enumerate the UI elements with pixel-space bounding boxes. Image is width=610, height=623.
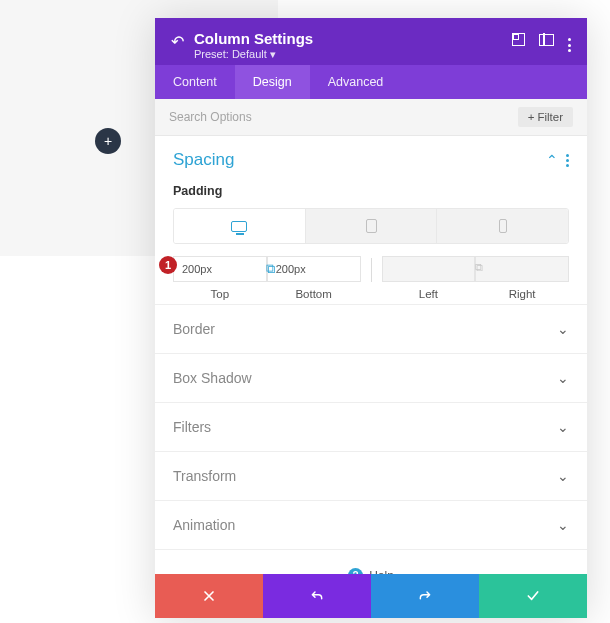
- padding-top-col: ⧉ Top: [173, 256, 267, 300]
- tab-advanced[interactable]: Advanced: [310, 65, 402, 99]
- redo-icon: [417, 588, 433, 604]
- accordion-label: Animation: [173, 517, 235, 533]
- phone-icon: [499, 219, 507, 233]
- accordion-animation[interactable]: Animation⌄: [155, 500, 587, 549]
- device-tab-tablet[interactable]: [306, 209, 438, 243]
- preset-dropdown[interactable]: Preset: Default ▾: [194, 48, 512, 61]
- accordion-label: Border: [173, 321, 215, 337]
- filter-button[interactable]: + Filter: [518, 107, 573, 127]
- accordion-box-shadow[interactable]: Box Shadow⌄: [155, 353, 587, 402]
- cancel-button[interactable]: [155, 574, 263, 618]
- chevron-down-icon: ⌄: [557, 517, 569, 533]
- accordion-filters[interactable]: Filters⌄: [155, 402, 587, 451]
- padding-top-label: Top: [211, 288, 230, 300]
- settings-modal: ↶ Column Settings Preset: Default ▾ Cont…: [155, 18, 587, 618]
- padding-bottom-label: Bottom: [295, 288, 331, 300]
- accordion-border[interactable]: Border⌄: [155, 304, 587, 353]
- padding-right-col: Right: [475, 256, 569, 300]
- tab-design[interactable]: Design: [235, 65, 310, 99]
- chevron-down-icon: ⌄: [557, 419, 569, 435]
- snap-panel-icon[interactable]: [539, 34, 554, 49]
- padding-left-input[interactable]: [382, 256, 476, 282]
- padding-bottom-input[interactable]: [267, 256, 361, 282]
- section-options-icon[interactable]: [566, 154, 569, 167]
- save-button[interactable]: [479, 574, 587, 618]
- filter-label: Filter: [537, 111, 563, 123]
- back-icon[interactable]: ↶: [171, 32, 184, 51]
- accordion-label: Filters: [173, 419, 211, 435]
- accordion-label: Box Shadow: [173, 370, 252, 386]
- main-tabs: Content Design Advanced: [155, 65, 587, 99]
- modal-title: Column Settings: [194, 30, 512, 47]
- device-tab-phone[interactable]: [437, 209, 568, 243]
- padding-top-input[interactable]: [173, 256, 267, 282]
- desktop-icon: [231, 221, 247, 232]
- divider: [371, 258, 372, 282]
- padding-left-col: ⧉ Left: [382, 256, 476, 300]
- accordion-transform[interactable]: Transform⌄: [155, 451, 587, 500]
- padding-right-label: Right: [509, 288, 536, 300]
- modal-header: ↶ Column Settings Preset: Default ▾: [155, 18, 587, 65]
- close-icon: [201, 588, 217, 604]
- chevron-up-icon[interactable]: ⌃: [546, 152, 558, 168]
- padding-inputs-row: 1 ⧉ Top Bottom ⧉ Left Right: [155, 256, 587, 304]
- undo-button[interactable]: [263, 574, 371, 618]
- preset-label: Preset: Default: [194, 48, 267, 60]
- undo-icon: [309, 588, 325, 604]
- check-icon: [525, 588, 541, 604]
- add-module-button[interactable]: +: [95, 128, 121, 154]
- section-spacing-header[interactable]: Spacing ⌃: [155, 136, 587, 176]
- device-tab-desktop[interactable]: [174, 209, 306, 243]
- tablet-icon: [366, 219, 377, 233]
- chevron-down-icon: ⌄: [557, 468, 569, 484]
- redo-button[interactable]: [371, 574, 479, 618]
- link-icon[interactable]: ⧉: [266, 261, 275, 277]
- search-row: Search Options + Filter: [155, 99, 587, 136]
- padding-label: Padding: [155, 176, 587, 208]
- modal-footer: [155, 574, 587, 618]
- modal-body: Spacing ⌃ Padding 1 ⧉ Top Bottom: [155, 136, 587, 574]
- chevron-down-icon: ⌄: [557, 321, 569, 337]
- padding-right-input[interactable]: [475, 256, 569, 282]
- chevron-down-icon: ⌄: [557, 370, 569, 386]
- expand-icon[interactable]: [512, 33, 525, 49]
- padding-left-label: Left: [419, 288, 438, 300]
- responsive-device-tabs: [173, 208, 569, 244]
- accordion-label: Transform: [173, 468, 236, 484]
- kebab-menu-icon[interactable]: [568, 30, 571, 52]
- header-titles: Column Settings Preset: Default ▾: [194, 30, 512, 61]
- tab-content[interactable]: Content: [155, 65, 235, 99]
- search-input[interactable]: Search Options: [169, 110, 252, 124]
- padding-bottom-col: Bottom: [267, 256, 361, 300]
- section-title: Spacing: [173, 150, 546, 170]
- help-row[interactable]: ? Help: [155, 549, 587, 574]
- link-off-icon[interactable]: ⧉: [475, 261, 483, 274]
- annotation-marker: 1: [159, 256, 177, 274]
